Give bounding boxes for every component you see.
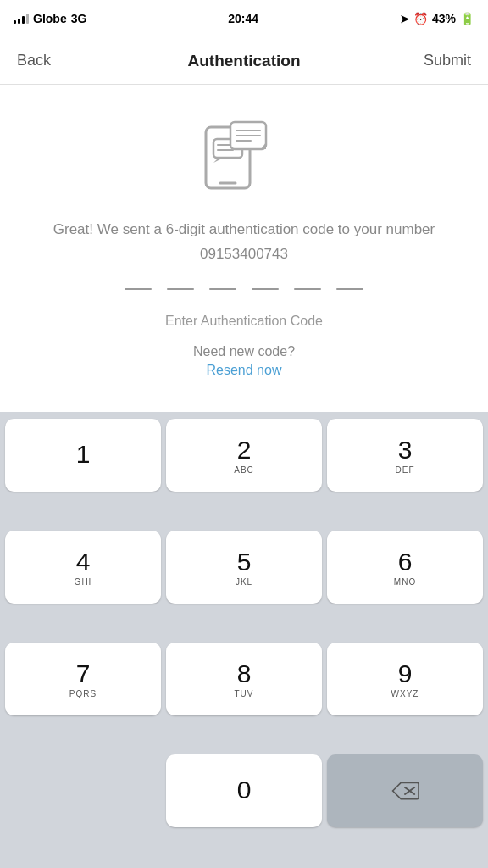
nav-bar: Back Authentication Submit: [0, 37, 488, 85]
key-7-sub: PQRS: [69, 689, 97, 698]
sms-icon: [202, 110, 286, 198]
key-8[interactable]: 8 TUV: [166, 643, 322, 715]
svg-marker-6: [214, 158, 224, 163]
resend-section: Need new code? Resend now: [193, 344, 295, 378]
key-2[interactable]: 2 ABC: [166, 419, 322, 492]
key-3[interactable]: 3 DEF: [327, 419, 483, 492]
battery-icon: 🔋: [460, 12, 474, 25]
code-dash-6: [336, 288, 363, 290]
key-9-main: 9: [398, 659, 413, 687]
key-3-main: 3: [398, 436, 413, 464]
code-dash-5: [294, 288, 321, 290]
need-code-text: Need new code?: [193, 344, 295, 359]
key-7-main: 7: [76, 659, 91, 687]
key-5-sub: JKL: [236, 577, 252, 587]
status-left: Globe 3G: [14, 12, 86, 25]
code-dash-4: [252, 288, 279, 290]
auth-message: Great! We sent a 6-digit authentication …: [53, 219, 435, 241]
key-8-sub: TUV: [235, 689, 254, 698]
key-2-sub: ABC: [234, 465, 254, 475]
key-3-sub: DEF: [396, 465, 415, 475]
status-right: ➤ ⏰ 43% 🔋: [400, 12, 474, 25]
submit-button[interactable]: Submit: [420, 52, 471, 70]
code-dash-1: [125, 288, 152, 290]
back-button[interactable]: Back: [17, 52, 68, 70]
network-label: 3G: [71, 12, 87, 25]
key-8-main: 8: [237, 659, 252, 687]
status-bar: Globe 3G 20:44 ➤ ⏰ 43% 🔋: [0, 0, 488, 37]
carrier-label: Globe: [33, 12, 67, 25]
key-0-main: 0: [237, 776, 252, 804]
key-0[interactable]: 0: [166, 754, 322, 827]
signal-icon: [14, 14, 29, 24]
key-9-sub: WXYZ: [391, 689, 419, 698]
code-input-dashes: [125, 288, 363, 290]
time-label: 20:44: [228, 12, 258, 25]
numeric-keyboard: 1 2 ABC 3 DEF 4 GHI 5 JKL 6 MNO 7 PQRS 8…: [0, 412, 488, 869]
page-title: Authentication: [188, 52, 301, 70]
key-empty: [5, 754, 161, 827]
key-4-sub: GHI: [75, 577, 92, 587]
key-4-main: 4: [76, 548, 91, 576]
key-9[interactable]: 9 WXYZ: [327, 643, 483, 715]
delete-key[interactable]: [327, 754, 483, 827]
location-icon: ➤: [400, 13, 409, 25]
key-1-main: 1: [76, 440, 91, 468]
delete-icon: [391, 781, 419, 801]
key-5-main: 5: [237, 548, 252, 576]
key-7[interactable]: 7 PQRS: [5, 643, 161, 715]
alarm-icon: ⏰: [413, 12, 428, 25]
resend-link[interactable]: Resend now: [207, 363, 282, 377]
key-6-main: 6: [398, 548, 413, 576]
key-4[interactable]: 4 GHI: [5, 531, 161, 604]
code-dash-2: [167, 288, 194, 290]
key-2-main: 2: [237, 436, 252, 464]
key-5[interactable]: 5 JKL: [166, 531, 322, 604]
code-dash-3: [209, 288, 236, 290]
key-6[interactable]: 6 MNO: [327, 531, 483, 604]
phone-number: 09153400743: [200, 246, 288, 263]
auth-code-label: Enter Authentication Code: [165, 314, 323, 329]
battery-label: 43%: [432, 12, 456, 25]
key-1[interactable]: 1: [5, 419, 161, 492]
main-content: Great! We sent a 6-digit authentication …: [0, 85, 488, 412]
key-6-sub: MNO: [394, 577, 416, 587]
